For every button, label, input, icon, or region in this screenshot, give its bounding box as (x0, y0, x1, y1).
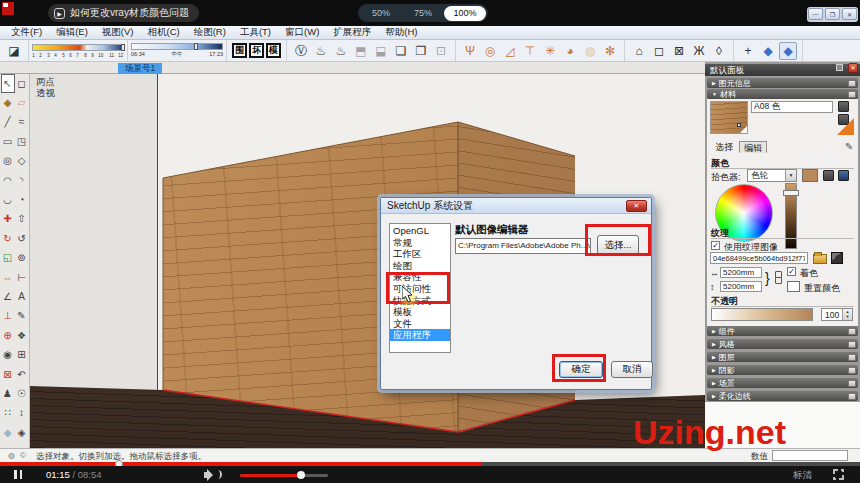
reset-color-label[interactable]: 重置颜色 (804, 282, 840, 295)
volume-knob[interactable] (297, 471, 305, 479)
detach-icon[interactable] (848, 80, 856, 87)
section-materials[interactable]: ▼材料 (707, 89, 858, 99)
menu-item[interactable]: 工具(T) (233, 26, 278, 39)
panel-section[interactable]: ▶风格 (707, 339, 858, 349)
vray-sphere-light-icon[interactable]: ◍ (581, 42, 599, 60)
two-point-arc-tool[interactable]: ◝ (15, 171, 29, 190)
vray-light-toggle-icon[interactable]: ✻ (601, 42, 619, 60)
preferences-list-item[interactable]: 应用程序 (390, 329, 450, 341)
plugin-huai-icon[interactable]: 坏 (249, 43, 264, 58)
material-thumbnail[interactable] (710, 101, 748, 134)
tray-close-icon[interactable]: ✕ (848, 63, 858, 73)
zoom-window-tool[interactable]: ⊞ (15, 345, 29, 364)
preferences-list-item[interactable]: 工作区 (390, 248, 450, 260)
menu-item[interactable]: 窗口(W) (278, 26, 326, 39)
preferences-list-item[interactable]: 模板 (390, 306, 450, 318)
dialog-close-icon[interactable]: ✕ (626, 200, 647, 212)
vray-plane-light-icon[interactable]: Ψ (461, 42, 479, 60)
vray-ies-light-icon[interactable]: ⊤ (521, 42, 539, 60)
section-entity-info[interactable]: ▶图元信息 (707, 78, 858, 88)
menu-item[interactable]: 编辑(E) (49, 26, 95, 39)
plugin-wei-icon[interactable]: 围 (232, 43, 247, 58)
preferences-list-item[interactable]: 常规 (390, 237, 450, 249)
model-viewport[interactable]: 两点 透视 SketchUp 系统设置 ✕ OpenGL常规工作区绘图兼容性可访… (30, 74, 705, 448)
preferences-list-item[interactable]: 可访问性 (390, 283, 450, 295)
vray-frame-buffer-icon[interactable]: ⬓ (372, 42, 390, 60)
vray-render-icon[interactable]: ♨ (312, 42, 330, 60)
tab-edit[interactable]: 编辑 (739, 141, 767, 153)
edit-pencil-icon[interactable]: ✎ (845, 141, 853, 152)
detach-icon[interactable] (848, 328, 856, 335)
use-texture-checkbox[interactable]: ✓ (711, 241, 720, 250)
quality-button[interactable]: 标清 (793, 469, 812, 482)
zoom-extents-tool[interactable]: ⊠ (1, 365, 15, 384)
3d-text-tool[interactable]: ✎ (15, 307, 29, 326)
offset-tool[interactable]: ⊚ (15, 249, 29, 268)
panel-section[interactable]: ▶图层 (707, 352, 858, 362)
vray-lock-camera-icon[interactable]: ⊡ (432, 42, 450, 60)
time-slider-handle[interactable] (194, 43, 198, 50)
axes-tool[interactable]: ⊥ (1, 307, 15, 326)
plugin-mo-icon[interactable]: 模 (266, 43, 281, 58)
vray-batch-render-icon[interactable]: ❏ (392, 42, 410, 60)
shadow-date-slider[interactable]: 123456789101112 (29, 40, 128, 61)
detach-icon[interactable] (848, 354, 856, 361)
vray-interactive-render-icon[interactable]: ♨ (332, 42, 350, 60)
picker-select[interactable]: 色轮 ▼ (747, 169, 797, 182)
orbit-tool[interactable]: ⊕ (1, 326, 15, 345)
tape-measure-tool[interactable]: ⇔ (1, 268, 15, 287)
texture-height-field[interactable] (720, 281, 762, 292)
opacity-spinner[interactable]: 100 ▲▼ (821, 308, 853, 321)
match-object-color-icon[interactable] (838, 170, 849, 181)
preferences-list-item[interactable]: 绘图 (390, 260, 450, 272)
rotated-rectangle-tool[interactable]: ◳ (15, 132, 29, 151)
three-point-arc-tool[interactable]: ◡ (1, 190, 15, 209)
close-button[interactable]: ✕ (842, 8, 857, 20)
detach-icon[interactable] (848, 367, 856, 374)
dropdown-arrow-icon[interactable]: ▼ (785, 170, 796, 181)
credits-icon[interactable]: © (20, 451, 26, 460)
paint-bucket-tool[interactable]: ◆ (1, 93, 15, 112)
position-camera-tool[interactable]: ♟ (1, 384, 15, 403)
choose-button[interactable]: 选择... (597, 235, 639, 255)
select-tool[interactable]: ↖ (1, 74, 15, 93)
zoom-75-button[interactable]: 75% (402, 6, 444, 20)
material-name-field[interactable] (751, 101, 833, 113)
scene-tab[interactable]: 场景号1 (118, 63, 162, 74)
panel-section[interactable]: ▶柔化边线 (707, 391, 858, 401)
vray-proxy-box-icon[interactable]: ◻ (650, 42, 668, 60)
link-chain-icon[interactable] (775, 271, 781, 283)
edit-texture-icon[interactable] (831, 252, 843, 264)
sample-paint-icon[interactable] (837, 118, 854, 135)
zoom-tool[interactable]: ◉ (1, 345, 15, 364)
colorize-checkbox[interactable]: ✓ (787, 267, 796, 276)
preferences-list-item[interactable]: 兼容性 (390, 271, 450, 283)
restore-button[interactable]: ❐ (825, 8, 840, 20)
date-slider-handle[interactable] (121, 44, 125, 51)
detach-icon[interactable] (848, 380, 856, 387)
volume-slider[interactable] (240, 474, 328, 477)
vray-spot-light-icon[interactable]: ◿ (501, 42, 519, 60)
shadow-dialog-icon[interactable]: ◪ (5, 42, 23, 60)
browse-folder-icon[interactable] (813, 254, 827, 264)
fullscreen-button[interactable] (833, 469, 844, 480)
time-slider-track[interactable] (131, 43, 223, 50)
freehand-tool[interactable]: ≈ (15, 113, 29, 132)
rectangle-tool[interactable]: ▭ (1, 132, 15, 151)
previous-view-tool[interactable]: ↶ (15, 365, 29, 384)
detach-icon[interactable] (848, 393, 856, 400)
walk-tool[interactable]: ∷ (1, 404, 15, 423)
eraser-tool[interactable]: ▱ (15, 93, 29, 112)
minimize-button[interactable]: — (808, 8, 823, 20)
menu-item[interactable]: 帮助(H) (378, 26, 424, 39)
menu-item[interactable]: 文件(F) (4, 26, 49, 39)
vray-infinite-plane-icon[interactable]: ◊ (710, 42, 728, 60)
zoom-50-button[interactable]: 50% (360, 6, 402, 20)
panel-section[interactable]: ▶场景 (707, 378, 858, 388)
vray-axes-icon[interactable]: + (739, 42, 757, 60)
vray-viewport-render-icon[interactable]: ⬒ (352, 42, 370, 60)
follow-me-tool[interactable]: ↺ (15, 229, 29, 248)
panel-section[interactable]: ▶阴影 (707, 365, 858, 375)
dimension-tool[interactable]: ⊢ (15, 268, 29, 287)
preferences-list-item[interactable]: 快捷方式 (390, 295, 450, 307)
